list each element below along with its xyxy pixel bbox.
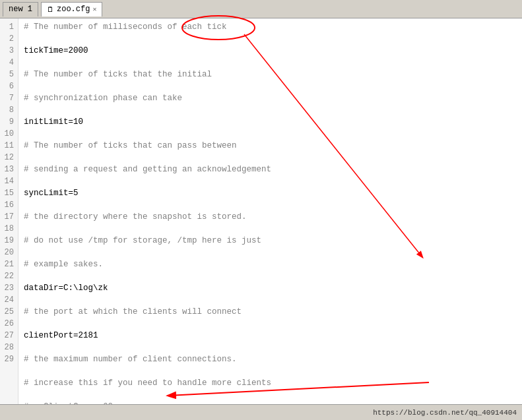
line-number: 2 xyxy=(0,33,18,45)
editor-area: 1234567891011121314151617181920212223242… xyxy=(0,18,522,404)
tab-new1[interactable]: new 1 xyxy=(3,2,38,16)
line-number: 16 xyxy=(0,199,18,211)
code-line: # example sakes. xyxy=(24,258,517,270)
line-number: 12 xyxy=(0,152,18,164)
line-number: 9 xyxy=(0,116,18,128)
line-number: 29 xyxy=(0,353,18,365)
code-line: syncLimit=5 xyxy=(24,187,517,199)
line-number: 14 xyxy=(0,175,18,187)
line-number: 7 xyxy=(0,92,18,104)
code-line: initLimit=10 xyxy=(24,116,517,128)
line-numbers: 1234567891011121314151617181920212223242… xyxy=(0,18,18,404)
code-line: # do not use /tmp for storage, /tmp here… xyxy=(24,235,517,247)
code-line: # the maximum number of client connectio… xyxy=(24,353,517,365)
status-bar: https://blog.csdn.net/qq_40914404 xyxy=(0,404,522,420)
code-line: # the directory where the snapshot is st… xyxy=(24,211,517,223)
status-url: https://blog.csdn.net/qq_40914404 xyxy=(373,409,517,417)
line-number: 21 xyxy=(0,258,18,270)
code-line: dataDir=C:\log\zk xyxy=(24,282,517,294)
line-number: 24 xyxy=(0,294,18,306)
line-number: 28 xyxy=(0,342,18,353)
line-number: 20 xyxy=(0,247,18,258)
code-line: # The number of milliseconds of each tic… xyxy=(24,21,517,33)
line-number: 15 xyxy=(0,187,18,199)
line-number: 26 xyxy=(0,318,18,330)
tab-zoocfg[interactable]: 🗒 zoo.cfg ✕ xyxy=(41,2,102,16)
line-number: 1 xyxy=(0,21,18,33)
line-number: 18 xyxy=(0,223,18,235)
line-number: 5 xyxy=(0,69,18,80)
code-line: # sending a request and getting an ackno… xyxy=(24,164,517,175)
tab-zoocfg-label: zoo.cfg xyxy=(57,5,90,14)
code-line: clientPort=2181 xyxy=(24,330,517,342)
line-number: 6 xyxy=(0,80,18,92)
title-bar: new 1 🗒 zoo.cfg ✕ xyxy=(0,0,522,18)
tab-zoocfg-icon: 🗒 xyxy=(47,5,54,14)
line-number: 27 xyxy=(0,330,18,342)
line-number: 10 xyxy=(0,128,18,140)
code-line: # The number of ticks that can pass betw… xyxy=(24,140,517,152)
code-line: # the port at which the clients will con… xyxy=(24,306,517,318)
line-number: 25 xyxy=(0,306,18,318)
line-number: 19 xyxy=(0,235,18,247)
code-line: # synchronization phase can take xyxy=(24,92,517,104)
code-line: # The number of ticks that the initial xyxy=(24,69,517,80)
code-line: # increase this if you need to handle mo… xyxy=(24,377,517,389)
line-number: 8 xyxy=(0,104,18,116)
line-number: 11 xyxy=(0,140,18,152)
line-number: 13 xyxy=(0,164,18,175)
code-line: tickTime=2000 xyxy=(24,45,517,57)
line-number: 22 xyxy=(0,270,18,282)
line-number: 23 xyxy=(0,282,18,294)
line-number: 4 xyxy=(0,57,18,69)
line-number: 17 xyxy=(0,211,18,223)
line-number: 3 xyxy=(0,45,18,57)
code-content[interactable]: # The number of milliseconds of each tic… xyxy=(18,18,522,404)
tab-close-icon[interactable]: ✕ xyxy=(92,5,96,13)
tab-new1-label: new 1 xyxy=(9,5,32,14)
